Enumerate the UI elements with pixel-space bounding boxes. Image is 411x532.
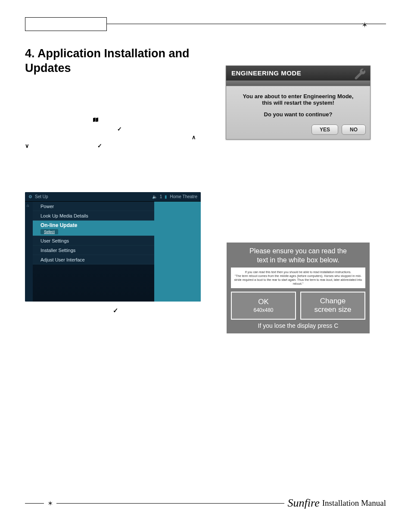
dialog-line1: You are about to enter Engineering Mode,	[231, 93, 365, 100]
paragraph-1: The TGM-100 application can be updated f…	[25, 78, 210, 103]
yes-button[interactable]: YES	[311, 124, 338, 135]
list-item[interactable]: Power	[33, 202, 154, 211]
list-item[interactable]: Installer Settings	[33, 246, 154, 255]
brand-logo: Sunfire	[288, 497, 320, 510]
right-column-text: The TGM-100 will reboot into the Enginee…	[226, 149, 371, 234]
cross-mark-icon: ✶	[361, 20, 368, 30]
up-arrow-icon: ∧	[192, 133, 196, 142]
wrench-icon	[352, 68, 367, 82]
setup-icon: ⚙	[28, 194, 32, 199]
select-button[interactable]: Select	[40, 229, 58, 234]
setup-list: Power Look Up Media Details On-line Upda…	[33, 202, 154, 302]
footer-label: Installation Manual	[322, 498, 386, 508]
engineering-mode-dialog: ENGINEERING MODE You are about to enter …	[226, 65, 371, 140]
setup-menu-screenshot: ⚙ Set Up 🔈 1 ▮ Home Theatre ⌂ Power Look…	[25, 192, 201, 302]
ok-button[interactable]: OK 640x480	[231, 292, 296, 320]
screen-size-dialog: Please ensure you can read the text in t…	[226, 242, 371, 334]
home-icon: ⌂	[27, 203, 29, 208]
cross-mark-icon: ✶	[47, 499, 53, 507]
list-item-selected[interactable]: On-line Update Select	[33, 221, 154, 236]
readability-white-box: If you can read this text then you shoul…	[231, 268, 365, 288]
tv-icon: ▮	[165, 194, 167, 199]
paragraph-usb: If you have been supplied with a softwar…	[226, 200, 371, 234]
speaker-icon: 🔈	[152, 194, 157, 199]
no-button[interactable]: NO	[342, 124, 366, 135]
dialog-question: Do you want to continue?	[231, 111, 365, 118]
selected-label: On-line Update	[40, 222, 77, 228]
list-item[interactable]: Adjust User Interface	[33, 255, 154, 264]
setup-header: ⚙ Set Up 🔈 1 ▮ Home Theatre	[25, 192, 201, 202]
page-title: 4. Application Installation and Updates	[25, 47, 210, 76]
check-icon: ✓	[97, 143, 102, 149]
list-item[interactable]: Look Up Media Details	[33, 211, 154, 221]
change-screen-size-button[interactable]: Change screen size	[300, 292, 365, 320]
check-icon: ✓	[117, 126, 122, 132]
heading-update-usb: Update from USB	[226, 189, 371, 198]
down-arrow-icon: ∨	[25, 142, 29, 150]
dialog-title: ENGINEERING MODE	[226, 66, 370, 80]
lose-display-hint: If you lose the display press C	[231, 322, 365, 329]
check-icon: ✓	[113, 307, 118, 314]
zone-number: 1	[160, 194, 162, 199]
dialog-subbar	[226, 80, 370, 86]
dialog-message: Please ensure you can read the text in t…	[231, 247, 365, 265]
setup-title: Set Up	[35, 194, 48, 199]
left-column-text: The TGM-100 application can be updated f…	[25, 78, 210, 155]
list-item[interactable]: User Settings	[33, 236, 154, 246]
paragraph-2: The On-Line update is located within the…	[25, 108, 210, 150]
menu-icon	[93, 116, 99, 125]
setup-preview-pane	[154, 202, 201, 302]
setup-left-rail	[25, 202, 33, 302]
dialog-line2: this will restart the system!	[231, 100, 365, 106]
zone-label: Home Theatre	[170, 194, 197, 199]
paragraph-reboot: The TGM-100 will reboot into the Enginee…	[226, 149, 371, 183]
resolution-label: 640x480	[235, 307, 292, 313]
top-header-box	[25, 17, 107, 31]
footer: ✶ Sunfire Installation Manual	[25, 497, 386, 510]
